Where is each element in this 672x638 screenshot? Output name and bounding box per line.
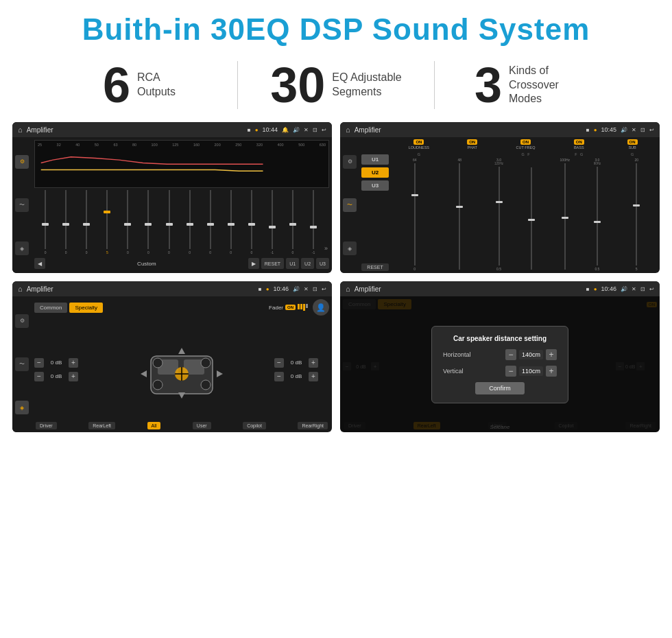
screen2-sidebar: ⚙ 〜 ◈ bbox=[340, 137, 359, 273]
sidebar-eq-icon[interactable]: ⚙ bbox=[15, 155, 29, 169]
sidebar-wave-icon[interactable]: 〜 bbox=[15, 198, 29, 212]
stat-crossover: 3 Kinds ofCrossover Modes bbox=[435, 60, 631, 110]
rearright-button[interactable]: RearRight bbox=[298, 422, 328, 429]
db-plus-br[interactable]: + bbox=[309, 372, 318, 381]
confirm-button[interactable]: Confirm bbox=[475, 382, 525, 394]
home-icon-s3[interactable]: ⌂ bbox=[18, 285, 23, 293]
screen2-icon2: ● bbox=[594, 127, 597, 133]
eq-slider-13[interactable]: -1 bbox=[304, 190, 323, 255]
screen4-bar: ⌂ Amplifier ■ ● 10:46 🔊 ✕ ⊡ ↩ bbox=[340, 281, 660, 296]
eq-slider-11[interactable]: -1 bbox=[263, 190, 282, 255]
screen2-bar: ⌂ Amplifier ■ ● 10:45 🔊 ✕ ⊡ ↩ bbox=[340, 122, 660, 137]
db-minus-br[interactable]: − bbox=[274, 372, 284, 381]
db-minus-tl[interactable]: − bbox=[34, 358, 44, 368]
eq-slider-9[interactable]: 0 bbox=[221, 190, 241, 255]
sidebar2-wave-icon[interactable]: 〜 bbox=[343, 198, 357, 212]
eq-slider-2[interactable]: 0 bbox=[77, 190, 96, 255]
sidebar2-eq-icon[interactable]: ⚙ bbox=[343, 155, 357, 169]
screen1-bar: ⌂ Amplifier ■ ● 10:44 🔔 🔊 ✕ ⊡ ↩ bbox=[12, 122, 332, 137]
driver-button[interactable]: Driver bbox=[36, 422, 57, 429]
db-control-bl: − 0 dB + bbox=[34, 372, 89, 381]
screen3-bar: ⌂ Amplifier ■ ● 10:46 🔊 ✕ ⊡ ↩ bbox=[12, 281, 332, 296]
home-icon-s1[interactable]: ⌂ bbox=[18, 126, 23, 134]
db-plus-tr[interactable]: + bbox=[309, 358, 318, 368]
vertical-plus-button[interactable]: + bbox=[546, 366, 557, 377]
u3-button-s2[interactable]: U3 bbox=[361, 180, 389, 191]
eq-slider-7[interactable]: 0 bbox=[180, 190, 200, 255]
eq-slider-8[interactable]: 0 bbox=[201, 190, 220, 255]
all-button[interactable]: All bbox=[147, 422, 161, 429]
vertical-minus-button[interactable]: − bbox=[505, 366, 516, 377]
db-minus-bl[interactable]: − bbox=[34, 372, 44, 381]
screen2-main: U1 U2 U3 RESET ON LOUDNESS ON bbox=[359, 137, 660, 273]
eq-slider-10[interactable]: 0 bbox=[242, 190, 261, 255]
eq-u2-button[interactable]: U2 bbox=[301, 258, 314, 269]
eq-slider-3[interactable]: 5 bbox=[97, 190, 117, 255]
eq-slider-1[interactable]: 0 bbox=[56, 190, 75, 255]
screen3-icon5: ⊡ bbox=[313, 286, 317, 292]
sidebar-speaker-icon[interactable]: ◈ bbox=[15, 241, 29, 255]
sidebar3-eq-icon[interactable]: ⚙ bbox=[15, 314, 29, 328]
eq-slider-4[interactable]: 0 bbox=[118, 190, 137, 255]
db-control-tr: − 0 dB + bbox=[274, 358, 329, 368]
db-control-tl: − 0 dB + bbox=[34, 358, 89, 368]
profile-icon[interactable]: 👤 bbox=[313, 299, 329, 316]
eq-slider-12[interactable]: 0 bbox=[283, 190, 302, 255]
stat-rca: 6 RCAOutputs bbox=[41, 60, 237, 110]
screen2-icon5: ⊡ bbox=[640, 127, 645, 133]
eq-slider-0[interactable]: 0 bbox=[36, 190, 55, 255]
screen3-icon1: ■ bbox=[259, 286, 262, 292]
screen1-icon4: 🔊 bbox=[293, 127, 300, 133]
specialty-tab[interactable]: Specialty bbox=[69, 303, 102, 313]
fader-on-badge: ON bbox=[285, 305, 296, 310]
u2-button-s2[interactable]: U2 bbox=[361, 167, 389, 178]
screen1-icon7: ↩ bbox=[322, 127, 326, 133]
home-icon-s2[interactable]: ⌂ bbox=[346, 126, 350, 134]
eq-slider-6[interactable]: 0 bbox=[159, 190, 178, 255]
db-value-tr: 0 dB bbox=[286, 359, 307, 366]
eq-next-button[interactable]: ▶ bbox=[248, 258, 259, 269]
db-value-br: 0 dB bbox=[286, 373, 307, 379]
screen4-time: 10:46 bbox=[601, 285, 616, 292]
u1-button-s2[interactable]: U1 bbox=[361, 154, 389, 165]
eq-bottom: ◀ Custom ▶ RESET U1 U2 U3 bbox=[34, 257, 329, 270]
screen1-title: Amplifier bbox=[27, 126, 243, 134]
horizontal-plus-button[interactable]: + bbox=[546, 349, 557, 360]
user-button[interactable]: User bbox=[193, 422, 211, 429]
screen2-time: 10:45 bbox=[601, 126, 616, 133]
screen3-icon2: ● bbox=[266, 286, 269, 292]
rearleft-button[interactable]: RearLeft bbox=[88, 422, 115, 429]
eq-freq-labels: 253240506380 100125160200250 32040050063… bbox=[38, 143, 326, 147]
svg-point-4 bbox=[201, 358, 211, 368]
screen1-sidebar: ⚙ 〜 ◈ bbox=[12, 137, 32, 273]
db-plus-bl[interactable]: + bbox=[69, 372, 78, 381]
eq-slider-5[interactable]: 0 bbox=[139, 190, 158, 255]
reset-button-s2[interactable]: RESET bbox=[361, 263, 389, 271]
horizontal-minus-button[interactable]: − bbox=[505, 349, 516, 360]
eq-u1-button[interactable]: U1 bbox=[286, 258, 299, 269]
fader-bars bbox=[298, 304, 308, 311]
screen-eq: ⌂ Amplifier ■ ● 10:44 🔔 🔊 ✕ ⊡ ↩ ⚙ 〜 ◈ 25… bbox=[12, 122, 332, 273]
screen2-title: Amplifier bbox=[355, 126, 582, 134]
common-tab[interactable]: Common bbox=[34, 303, 67, 313]
screen1-icon1: ■ bbox=[248, 127, 251, 133]
screen4-icon2: ● bbox=[594, 286, 597, 292]
screen2-icon4: ✕ bbox=[632, 127, 636, 133]
vertical-ctrl: − 110cm + bbox=[505, 366, 557, 377]
svg-point-3 bbox=[153, 358, 163, 368]
eq-u3-button[interactable]: U3 bbox=[316, 258, 329, 269]
db-plus-tl[interactable]: + bbox=[69, 358, 78, 368]
eq-reset-button[interactable]: RESET bbox=[261, 258, 284, 269]
sidebar3-speaker-icon[interactable]: ◈ bbox=[15, 401, 29, 414]
copilot-button[interactable]: Copilot bbox=[243, 422, 266, 429]
db-value-bl: 0 dB bbox=[46, 373, 67, 379]
db-minus-tr[interactable]: − bbox=[274, 358, 284, 368]
sidebar3-wave-icon[interactable]: 〜 bbox=[15, 357, 29, 371]
sidebar2-speaker-icon[interactable]: ◈ bbox=[343, 241, 357, 255]
home-icon-s4[interactable]: ⌂ bbox=[346, 285, 350, 293]
screen1-icon2: ● bbox=[255, 127, 259, 133]
eq-prev-button[interactable]: ◀ bbox=[34, 258, 45, 269]
screen3-content: ⚙ 〜 ◈ Common Specialty Fader ON bbox=[12, 296, 332, 432]
horizontal-label: Horizontal bbox=[443, 351, 484, 358]
screen3-main: Common Specialty Fader ON 👤 bbox=[32, 296, 332, 432]
